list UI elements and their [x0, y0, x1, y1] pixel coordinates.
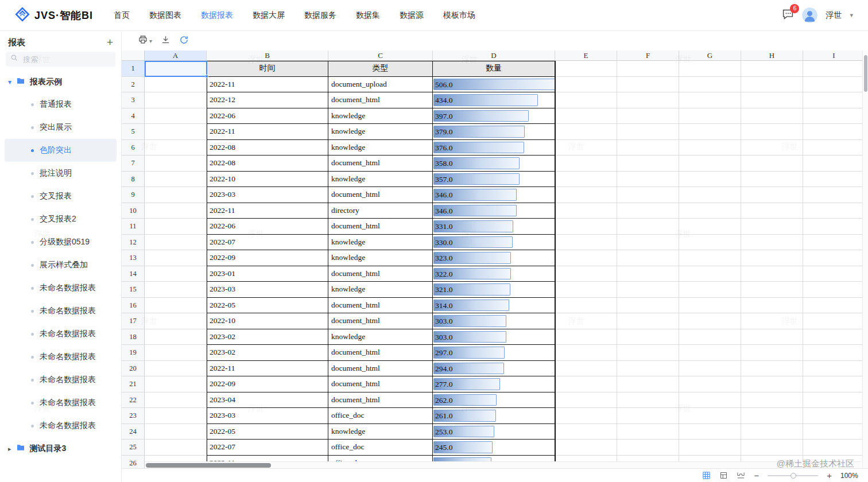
tree-item[interactable]: 未命名数据报表 — [5, 368, 117, 391]
time-cell[interactable]: 2022-11 — [207, 203, 328, 219]
type-cell[interactable]: document_html — [328, 298, 433, 314]
empty-cell[interactable] — [741, 266, 803, 282]
empty-cell[interactable] — [679, 298, 741, 314]
empty-cell[interactable] — [555, 313, 617, 329]
empty-cell[interactable] — [555, 361, 617, 377]
empty-cell[interactable] — [803, 124, 865, 140]
vertical-scrollbar-thumb[interactable] — [864, 55, 867, 92]
messages-button[interactable]: 6 — [782, 8, 794, 22]
empty-cell[interactable] — [617, 408, 679, 424]
value-cell[interactable]: 297.0 — [433, 345, 555, 361]
value-cell[interactable]: 346.0 — [433, 187, 555, 203]
empty-cell[interactable] — [617, 235, 679, 251]
empty-cell[interactable] — [617, 187, 679, 203]
sheet-corner[interactable] — [122, 50, 145, 61]
empty-cell[interactable] — [617, 124, 679, 140]
time-cell[interactable]: 2022-11 — [207, 361, 328, 377]
empty-cell[interactable] — [741, 408, 803, 424]
tree-folder[interactable]: ▸测试目录3 — [0, 437, 121, 460]
row-header[interactable]: 25 — [122, 440, 145, 456]
empty-cell[interactable] — [741, 156, 803, 172]
time-cell[interactable]: 2022-08 — [207, 156, 328, 172]
empty-cell[interactable] — [741, 172, 803, 188]
empty-cell[interactable] — [555, 408, 617, 424]
time-cell[interactable]: 2022-10 — [207, 313, 328, 329]
horizontal-scrollbar[interactable] — [145, 461, 861, 468]
row-header[interactable]: 19 — [122, 345, 145, 361]
empty-cell[interactable] — [741, 203, 803, 219]
value-cell[interactable]: 303.0 — [433, 313, 555, 329]
type-cell[interactable]: document_html — [328, 345, 433, 361]
empty-cell[interactable] — [803, 345, 865, 361]
empty-cell[interactable] — [555, 440, 617, 456]
row-header[interactable]: 10 — [122, 203, 145, 219]
refresh-button[interactable] — [179, 35, 189, 47]
username[interactable]: 浮世 — [826, 10, 842, 21]
empty-cell[interactable] — [555, 298, 617, 314]
type-cell[interactable]: document_upload — [328, 77, 433, 93]
empty-cell[interactable] — [741, 187, 803, 203]
empty-cell[interactable] — [145, 108, 207, 125]
time-cell[interactable]: 2023-03 — [207, 408, 328, 424]
empty-cell[interactable] — [741, 392, 803, 409]
type-cell[interactable]: knowledge — [328, 250, 433, 266]
time-cell[interactable]: 2022-06 — [207, 108, 328, 125]
time-cell[interactable]: 2022-12 — [207, 92, 328, 108]
empty-cell[interactable] — [741, 440, 803, 456]
type-cell[interactable]: knowledge — [328, 424, 433, 440]
time-cell[interactable]: 2022-07 — [207, 235, 328, 251]
zoom-in-button[interactable]: + — [827, 472, 832, 480]
empty-cell[interactable] — [741, 124, 803, 140]
nav-item[interactable]: 数据集 — [356, 10, 380, 21]
empty-cell[interactable] — [741, 345, 803, 361]
search-box[interactable] — [6, 52, 115, 67]
empty-cell[interactable] — [803, 250, 865, 266]
table-header-cell[interactable]: 数量 — [433, 61, 555, 77]
empty-cell[interactable] — [145, 140, 207, 156]
tree-item[interactable]: 未命名数据报表 — [5, 414, 117, 437]
nav-item[interactable]: 数据服务 — [304, 10, 336, 21]
row-header-1[interactable]: 1 — [122, 61, 145, 77]
empty-cell[interactable] — [803, 156, 865, 172]
empty-cell[interactable] — [145, 235, 207, 251]
empty-cell[interactable] — [145, 298, 207, 314]
empty-cell[interactable] — [679, 108, 741, 125]
tree-item[interactable]: 未命名数据报表 — [5, 300, 117, 322]
time-cell[interactable]: 2022-06 — [207, 219, 328, 235]
row-header[interactable]: 14 — [122, 266, 145, 282]
empty-cell[interactable] — [803, 361, 865, 377]
empty-cell[interactable] — [145, 313, 207, 329]
tree-item[interactable]: 未命名数据报表 — [5, 391, 117, 414]
empty-cell[interactable] — [617, 140, 679, 156]
empty-cell[interactable] — [555, 282, 617, 298]
type-cell[interactable]: document_html — [328, 92, 433, 108]
empty-cell[interactable] — [555, 345, 617, 361]
empty-cell[interactable] — [617, 203, 679, 219]
type-cell[interactable]: knowledge — [328, 140, 433, 156]
tree-item[interactable]: 交叉报表2 — [5, 208, 117, 231]
type-cell[interactable]: document_html — [328, 187, 433, 203]
empty-cell[interactable] — [555, 424, 617, 440]
zoom-slider[interactable] — [768, 475, 818, 476]
empty-cell[interactable] — [679, 329, 741, 345]
type-cell[interactable]: directory — [328, 203, 433, 219]
row-header[interactable]: 18 — [122, 329, 145, 345]
row-header[interactable]: 23 — [122, 408, 145, 424]
time-cell[interactable]: 2023-01 — [207, 266, 328, 282]
row-header[interactable]: 2 — [122, 77, 145, 93]
empty-cell[interactable] — [555, 329, 617, 345]
column-header-H[interactable]: H — [741, 50, 803, 61]
row-header[interactable]: 15 — [122, 282, 145, 298]
fill-handle[interactable] — [205, 75, 208, 78]
empty-cell[interactable] — [679, 172, 741, 188]
value-cell[interactable]: 376.0 — [433, 140, 555, 156]
tree-root-folder[interactable]: ▾ 报表示例 — [0, 71, 121, 93]
empty-cell[interactable] — [741, 219, 803, 235]
empty-cell[interactable] — [679, 187, 741, 203]
empty-cell[interactable] — [145, 156, 207, 172]
row-header[interactable]: 24 — [122, 424, 145, 440]
empty-cell[interactable] — [555, 124, 617, 140]
value-cell[interactable]: 357.0 — [433, 172, 555, 188]
empty-cell[interactable] — [617, 266, 679, 282]
empty-cell[interactable] — [617, 219, 679, 235]
